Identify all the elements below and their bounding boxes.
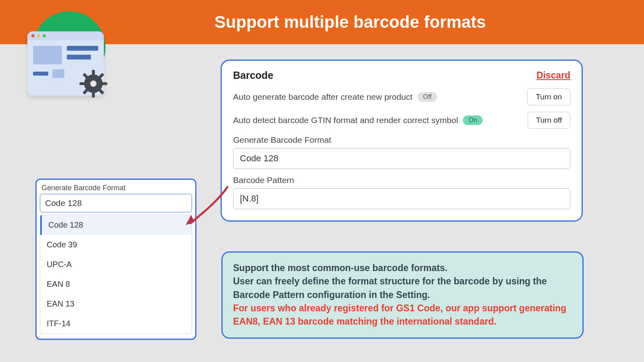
setting-row-autodetect: Auto detect barcode GTIN format and rend… bbox=[233, 112, 570, 129]
card-title: Barcode bbox=[233, 70, 273, 81]
dropdown-label: Generate Barcode Format bbox=[41, 184, 192, 192]
app-illustration bbox=[16, 11, 105, 92]
dropdown-option[interactable]: ITF-14 bbox=[40, 314, 192, 333]
dropdown-option[interactable]: Code 39 bbox=[40, 235, 192, 255]
autogen-toggle-button[interactable]: Turn on bbox=[527, 88, 570, 105]
autogen-status-pill: Off bbox=[417, 92, 437, 102]
dropdown-option[interactable]: EAN 13 bbox=[40, 294, 192, 314]
dropdown-option[interactable]: Code 128 bbox=[40, 215, 192, 235]
dropdown-selected[interactable]: Code 128 bbox=[40, 194, 192, 212]
dropdown-option[interactable]: UPC-A bbox=[40, 255, 192, 274]
svg-rect-2 bbox=[92, 93, 95, 98]
browser-icon bbox=[27, 31, 104, 96]
format-dropdown-expanded: Generate Barcode Format Code 128 Code 12… bbox=[35, 179, 196, 340]
svg-rect-1 bbox=[92, 70, 95, 75]
info-line-1: Support the most common-use barcode form… bbox=[233, 261, 572, 275]
svg-rect-4 bbox=[102, 82, 107, 85]
info-callout: Support the most common-use barcode form… bbox=[221, 251, 584, 339]
autodetect-label: Auto detect barcode GTIN format and rend… bbox=[233, 115, 458, 125]
barcode-settings-card: Barcode Discard Auto generate barcode af… bbox=[221, 60, 583, 222]
gear-icon bbox=[79, 69, 108, 98]
banner-title: Support multiple barcode formats bbox=[215, 12, 486, 32]
dropdown-option[interactable]: EAN 8 bbox=[40, 274, 192, 294]
pattern-input[interactable]: [N.8] bbox=[233, 188, 570, 209]
autodetect-status-pill: On bbox=[463, 115, 483, 125]
autodetect-toggle-button[interactable]: Turn off bbox=[528, 112, 570, 129]
format-select[interactable]: Code 128 bbox=[233, 148, 570, 169]
pattern-field-label: Barcode Pattern bbox=[233, 175, 570, 185]
svg-point-9 bbox=[90, 80, 97, 87]
info-line-2: User can freely define the format struct… bbox=[233, 275, 572, 302]
format-field-label: Generate Barcode Format bbox=[233, 135, 570, 145]
info-line-3: For users who already registered for GS1… bbox=[233, 302, 572, 329]
setting-row-autogen: Auto generate barcode after create new p… bbox=[233, 88, 570, 105]
discard-link[interactable]: Discard bbox=[537, 70, 570, 81]
svg-rect-3 bbox=[79, 82, 85, 85]
autogen-label: Auto generate barcode after create new p… bbox=[233, 92, 413, 102]
dropdown-options-list: Code 128 Code 39 UPC-A EAN 8 EAN 13 ITF-… bbox=[40, 215, 192, 334]
